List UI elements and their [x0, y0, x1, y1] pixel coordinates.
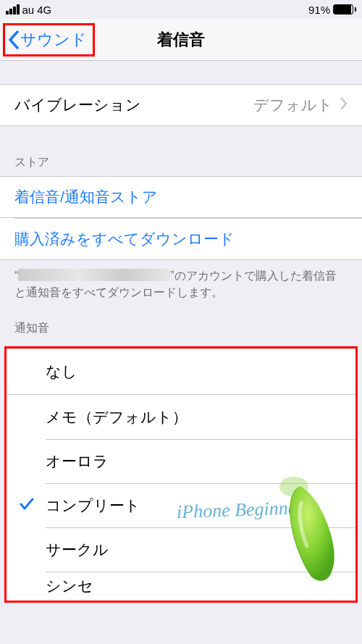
- battery-percent: 91%: [308, 4, 330, 16]
- tone-row-memo[interactable]: メモ（デフォルト）: [7, 395, 355, 439]
- tone-row-aurora[interactable]: オーロラ: [7, 439, 355, 483]
- tone-label: なし: [46, 361, 77, 382]
- chevron-right-icon: [340, 96, 348, 114]
- vibration-value: デフォルト: [253, 95, 333, 115]
- alert-tones-group: 通知音 なし メモ（デフォルト） オーロラ コンプリート サークル シンセ: [0, 321, 362, 603]
- alert-tones-list: なし メモ（デフォルト） オーロラ コンプリート サークル シンセ: [4, 346, 358, 603]
- download-all-label: 購入済みをすべてダウンロード: [14, 229, 235, 249]
- tone-label: コンプリート: [46, 495, 140, 516]
- store-group: ストア 着信音/通知音ストア 購入済みをすべてダウンロード “”のアカウントで購…: [0, 155, 362, 301]
- tone-label: シンセ: [46, 576, 93, 596]
- status-left: au 4G: [6, 4, 51, 16]
- carrier-label: au: [22, 4, 35, 16]
- battery-icon: [333, 4, 356, 14]
- store-header: ストア: [0, 155, 362, 176]
- back-button[interactable]: サウンド: [3, 23, 95, 57]
- status-right: 91%: [308, 4, 356, 16]
- alert-tones-header: 通知音: [0, 321, 362, 342]
- tone-row-complete[interactable]: コンプリート: [7, 483, 355, 527]
- back-label: サウンド: [20, 29, 87, 51]
- status-bar: au 4G 91%: [0, 0, 362, 19]
- tone-label: メモ（デフォルト）: [46, 407, 188, 427]
- check-icon: [20, 496, 34, 515]
- page-title: 着信音: [157, 29, 205, 51]
- network-label: 4G: [37, 4, 51, 16]
- chevron-left-icon: [8, 30, 20, 49]
- ringtone-store-label: 着信音/通知音ストア: [14, 187, 158, 207]
- redacted-account: [18, 269, 170, 281]
- vibration-row[interactable]: バイブレーション デフォルト: [0, 84, 362, 126]
- tone-label: オーロラ: [46, 451, 109, 472]
- tone-row-synth[interactable]: シンセ: [7, 572, 355, 601]
- tone-row-circle[interactable]: サークル: [7, 527, 355, 572]
- ringtone-store-row[interactable]: 着信音/通知音ストア: [0, 176, 362, 218]
- tone-label: サークル: [46, 540, 109, 560]
- signal-icon: [6, 4, 20, 14]
- vibration-group: バイブレーション デフォルト: [0, 84, 362, 126]
- nav-header: サウンド 着信音: [0, 19, 362, 61]
- download-all-row[interactable]: 購入済みをすべてダウンロード: [0, 218, 362, 260]
- tone-row-none[interactable]: なし: [7, 348, 355, 395]
- store-footer: “”のアカウントで購入した着信音と通知音をすべてダウンロードします。: [0, 260, 362, 301]
- vibration-label: バイブレーション: [14, 95, 141, 115]
